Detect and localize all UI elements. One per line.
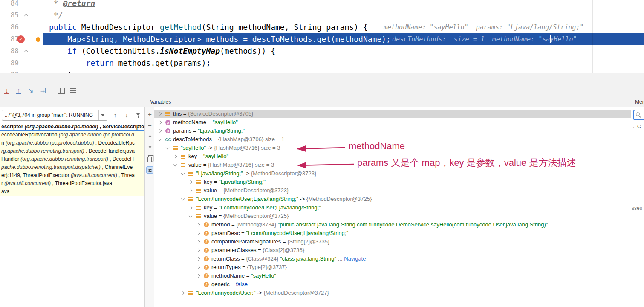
code-line-85[interactable]: 85 */ xyxy=(0,9,644,21)
annotation-label: params 又是个 map，key 是参数，value 是方法描述 xyxy=(357,156,576,169)
param-icon xyxy=(165,120,170,125)
chevron-down-icon[interactable] xyxy=(158,137,162,141)
stack-frame[interactable]: escriptor (org.apache.dubbo.rpc.model) ,… xyxy=(0,123,144,131)
chevron-down-icon[interactable] xyxy=(181,171,185,175)
stack-frame[interactable]: er):1149, ThreadPoolExecutor (java.util.… xyxy=(0,171,144,180)
inline-debugger-hint: methodName: "sayHello" params: "Ljava/la… xyxy=(384,21,584,33)
variable-row[interactable]: methodName = "sayHello" xyxy=(154,118,631,127)
code-line-89[interactable]: 89 return methods.get(params); xyxy=(0,57,644,69)
stack-frame[interactable]: Handler (org.apache.dubbo.remoting.trans… xyxy=(0,155,144,163)
remove-watch-icon[interactable] xyxy=(146,122,153,129)
step-into-frame-icon[interactable] xyxy=(26,86,35,95)
show-watches-icon[interactable] xyxy=(146,166,153,174)
chevron-down-icon[interactable] xyxy=(98,110,107,120)
chevron-right-icon[interactable] xyxy=(196,223,200,226)
memory-search-input[interactable] xyxy=(633,110,644,120)
thread-selector-label: ..7"@3,704 in group "main": RUNNING xyxy=(5,112,93,118)
chevron-right-icon[interactable] xyxy=(173,155,177,158)
variable-row[interactable]: "Lcom/funnycode/User;" -> {MethodDescrip… xyxy=(154,289,631,297)
previous-frame-icon[interactable] xyxy=(111,111,119,119)
chevron-right-icon[interactable] xyxy=(158,129,162,133)
settings-sliders-icon[interactable] xyxy=(69,86,77,95)
fold-marker-icon[interactable] xyxy=(24,14,29,18)
value-icon xyxy=(188,197,193,201)
variable-row[interactable]: methodName = "sayHello" xyxy=(154,272,631,280)
code-line-87[interactable]: 87✓ Map<String, MethodDescriptor> method… xyxy=(0,33,644,45)
stack-frame[interactable]: r (java.util.concurrent) , ThreadPoolExe… xyxy=(0,180,144,188)
separator xyxy=(52,87,52,94)
field-icon xyxy=(204,248,209,253)
variable-row[interactable]: generic = false xyxy=(154,280,631,289)
breakpoint-icon[interactable]: ✓ xyxy=(17,35,25,43)
next-frame-icon[interactable] xyxy=(123,111,130,119)
chevron-right-icon[interactable] xyxy=(196,249,200,252)
move-watch-up-icon[interactable] xyxy=(146,133,153,140)
variable-row[interactable]: method = {Method@3734} "public abstract … xyxy=(154,220,631,229)
stack-frame[interactable]: pache.dubbo.remoting.transport.dispatche… xyxy=(0,163,144,171)
thread-row: ..7"@3,704 in group "main": RUNNING xyxy=(2,110,143,121)
chevron-right-icon[interactable] xyxy=(158,112,162,116)
chevron-down-icon[interactable] xyxy=(173,163,177,166)
variable-row[interactable]: "Lcom/funnycode/User;Ljava/lang/String;"… xyxy=(154,195,631,203)
code-line-88[interactable]: 88 if (CollectionUtils.isNotEmptyMap(met… xyxy=(0,45,644,57)
memory-panel-title: Mer xyxy=(635,99,644,105)
variable-row[interactable]: value = {MethodDescriptor@3723} xyxy=(154,186,631,195)
variable-row[interactable]: key = "Lcom/funnycode/User;Ljava/lang/St… xyxy=(154,203,631,212)
variable-row[interactable]: returnClass = {Class@324} "class java.la… xyxy=(154,255,631,263)
chevron-right-icon[interactable] xyxy=(196,257,200,261)
field-icon xyxy=(204,256,209,261)
line-number: 86 xyxy=(0,21,19,33)
ide-window: 84 * @return85 */86public MethodDescript… xyxy=(0,0,644,307)
line-number: 87 xyxy=(0,33,19,45)
chevron-right-icon[interactable] xyxy=(181,291,185,295)
frames-panel: ..7"@3,704 in group "main": RUNNING escr… xyxy=(0,107,145,307)
chevron-down-icon[interactable] xyxy=(166,146,169,149)
chevron-right-icon[interactable] xyxy=(196,274,200,278)
stack-frame[interactable]: ava xyxy=(0,188,144,196)
stack-frame[interactable]: rg.apache.dubbo.remoting.transport) , De… xyxy=(0,147,144,155)
variable-row[interactable]: "Ljava/lang/String;" -> {MethodDescripto… xyxy=(154,169,631,178)
orange-dot-icon xyxy=(36,37,40,42)
chevron-right-icon[interactable] xyxy=(189,189,192,192)
line-number: 89 xyxy=(0,57,19,69)
code-line-90[interactable]: 90 } xyxy=(0,69,644,73)
chevron-right-icon[interactable] xyxy=(196,240,200,243)
filter-icon[interactable] xyxy=(134,111,142,119)
duplicate-watch-icon[interactable] xyxy=(146,155,153,162)
arrow-down-to-line-icon[interactable] xyxy=(3,86,11,95)
stack-frame[interactable]: n (org.apache.dubbo.rpc.protocol.dubbo) … xyxy=(0,139,144,147)
line-number: 88 xyxy=(0,45,19,57)
right-margin-guide xyxy=(592,0,593,73)
variable-row[interactable]: paramDesc = "Lcom/funnycode/User;Ljava/l… xyxy=(154,229,631,237)
variable-row[interactable]: key = "Ljava/lang/String;" xyxy=(154,178,631,186)
code-editor[interactable]: 84 * @return85 */86public MethodDescript… xyxy=(0,0,644,73)
variable-row[interactable]: params = "Ljava/lang/String;" xyxy=(154,127,631,135)
variable-row[interactable]: value = {MethodDescriptor@3725} xyxy=(154,212,631,220)
chevron-right-icon[interactable] xyxy=(196,266,200,269)
chevron-right-icon[interactable] xyxy=(196,232,200,235)
thread-selector[interactable]: ..7"@3,704 in group "main": RUNNING xyxy=(2,110,107,121)
chevron-right-icon[interactable] xyxy=(189,206,192,209)
value-icon xyxy=(188,172,193,176)
code-line-84[interactable]: 84 * @return xyxy=(0,0,644,9)
arrow-up-from-line-icon[interactable] xyxy=(14,86,23,95)
move-watch-down-icon[interactable] xyxy=(146,144,153,151)
variable-row[interactable]: parameterClasses = {Class[2]@3736} xyxy=(154,246,631,255)
chevron-down-icon[interactable] xyxy=(181,197,185,200)
value-icon xyxy=(196,214,201,218)
variable-row[interactable]: returnTypes = {Type[2]@3737} xyxy=(154,263,631,272)
field-icon xyxy=(204,222,209,227)
variable-row[interactable]: this = {ServiceDescriptor@3705} xyxy=(154,110,631,118)
fold-marker-icon[interactable] xyxy=(24,50,29,54)
chevron-right-icon[interactable] xyxy=(158,121,162,124)
code-line-86[interactable]: 86public MethodDescriptor getMethod(Stri… xyxy=(0,21,644,33)
stack-frame[interactable]: ecodeableRpcInvocation (org.apache.dubbo… xyxy=(0,131,144,139)
panel-headers: Variables Mer xyxy=(0,97,644,107)
chevron-right-icon[interactable] xyxy=(189,180,192,184)
add-watch-icon[interactable] xyxy=(146,111,153,118)
variable-row[interactable]: compatibleParamSignatures = {String[2]@3… xyxy=(154,237,631,246)
debug-window-header xyxy=(0,73,644,84)
table-view-icon[interactable] xyxy=(57,86,65,95)
run-to-position-icon[interactable] xyxy=(38,86,47,95)
chevron-down-icon[interactable] xyxy=(189,214,192,217)
